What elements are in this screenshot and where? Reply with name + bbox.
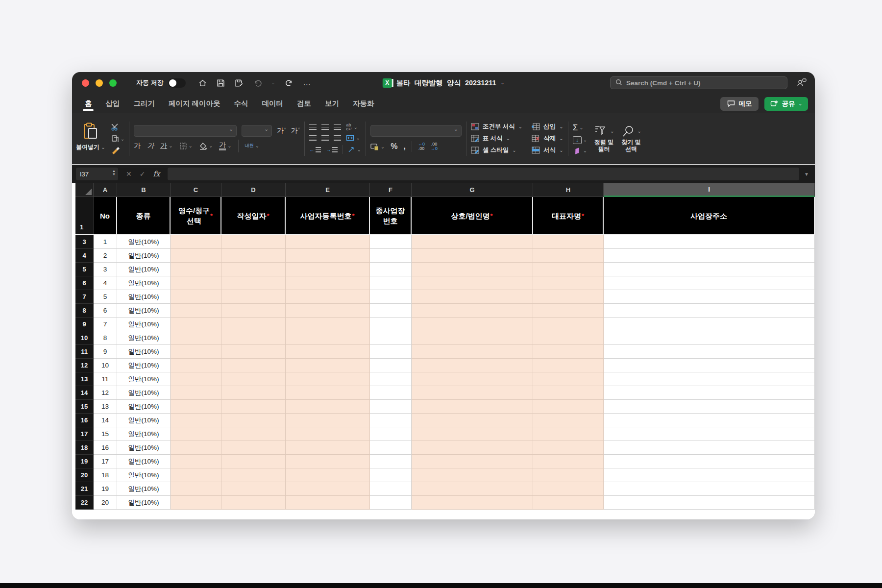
cell-F11[interactable] — [370, 345, 412, 359]
find-select-button[interactable]: ⌄ 찾기 및 선택 — [621, 125, 641, 152]
row-header-17[interactable]: 17 — [75, 427, 94, 441]
cell-F13[interactable] — [370, 372, 412, 386]
row-header-13[interactable]: 13 — [75, 372, 94, 386]
more-icon[interactable]: … — [303, 78, 312, 87]
format-as-table-button[interactable]: 표 서식⌄ — [471, 134, 522, 143]
cell-G13[interactable] — [412, 372, 533, 386]
increase-font-size-button[interactable]: 가˄ — [277, 126, 286, 135]
align-right-icon[interactable] — [334, 135, 341, 141]
cell-E4[interactable] — [286, 249, 370, 263]
name-box-spinner[interactable]: ▲▼ — [112, 169, 116, 176]
conditional-formatting-button[interactable]: 조건부 서식⌄ — [471, 122, 522, 131]
cell-B21[interactable]: 일반(10%) — [117, 482, 171, 496]
row-header-16[interactable]: 16 — [75, 414, 94, 427]
header-cell-G[interactable]: 상호/법인명* — [412, 197, 533, 234]
cell-D8[interactable] — [221, 304, 286, 318]
paste-button[interactable]: 붙여넣기 ⌄ — [76, 122, 105, 151]
cell-G21[interactable] — [412, 482, 533, 496]
row-header-12[interactable]: 12 — [75, 359, 94, 372]
cell-F14[interactable] — [370, 386, 412, 400]
sort-filter-button[interactable]: ⌄ 정렬 및 필터 — [594, 125, 614, 152]
cell-B11[interactable]: 일반(10%) — [117, 345, 171, 359]
cell-A15[interactable]: 13 — [94, 400, 117, 414]
cell-F15[interactable] — [370, 400, 412, 414]
cell-H16[interactable] — [533, 414, 604, 427]
cell-C6[interactable] — [171, 276, 221, 290]
select-all-corner[interactable] — [75, 183, 94, 197]
cell-A16[interactable]: 14 — [94, 414, 117, 427]
cell-H5[interactable] — [533, 263, 604, 276]
cell-A4[interactable]: 2 — [94, 249, 117, 263]
cell-G3[interactable] — [412, 235, 533, 249]
cell-F8[interactable] — [370, 304, 412, 318]
cell-E10[interactable] — [286, 331, 370, 345]
redo-icon[interactable] — [285, 79, 293, 87]
italic-button[interactable]: 가 — [147, 142, 154, 150]
cell-D22[interactable] — [221, 496, 286, 510]
search-input[interactable]: Search (Cmd + Ctrl + U) — [610, 76, 787, 89]
row-header-20[interactable]: 20 — [75, 468, 94, 482]
cell-D9[interactable] — [221, 318, 286, 331]
cell-H18[interactable] — [533, 441, 604, 455]
cell-E13[interactable] — [286, 372, 370, 386]
cell-D18[interactable] — [221, 441, 286, 455]
cell-B19[interactable]: 일반(10%) — [117, 455, 171, 468]
minimize-window-button[interactable] — [96, 79, 103, 87]
cell-C14[interactable] — [171, 386, 221, 400]
row-header-1[interactable]: 1 — [75, 197, 94, 234]
row-header-18[interactable]: 18 — [75, 441, 94, 455]
cell-E8[interactable] — [286, 304, 370, 318]
cell-I11[interactable] — [604, 345, 815, 359]
cell-C16[interactable] — [171, 414, 221, 427]
borders-button[interactable]: ⌄ — [179, 142, 193, 150]
close-window-button[interactable] — [82, 79, 89, 87]
ribbon-tab[interactable]: 자동화 — [346, 94, 381, 113]
cell-G7[interactable] — [412, 290, 533, 304]
cell-F20[interactable] — [370, 468, 412, 482]
row-header-6[interactable]: 6 — [75, 276, 94, 290]
cell-D19[interactable] — [221, 455, 286, 468]
cell-F22[interactable] — [370, 496, 412, 510]
cell-I9[interactable] — [604, 318, 815, 331]
cell-A8[interactable]: 6 — [94, 304, 117, 318]
cell-C17[interactable] — [171, 427, 221, 441]
memo-button[interactable]: 메모 — [720, 97, 759, 111]
orientation-button[interactable]: ⌄ — [348, 147, 361, 153]
cell-F17[interactable] — [370, 427, 412, 441]
header-cell-E[interactable]: 사업자등록번호* — [286, 197, 370, 234]
column-header-F[interactable]: F — [370, 183, 412, 197]
cell-F19[interactable] — [370, 455, 412, 468]
cell-H15[interactable] — [533, 400, 604, 414]
cell-H19[interactable] — [533, 455, 604, 468]
align-center-icon[interactable] — [321, 135, 329, 141]
cell-H20[interactable] — [533, 468, 604, 482]
cell-F12[interactable] — [370, 359, 412, 372]
copy-button[interactable]: ⌄ — [111, 135, 124, 143]
zoom-window-button[interactable] — [109, 79, 117, 87]
row-header-9[interactable]: 9 — [75, 318, 94, 331]
cell-C18[interactable] — [171, 441, 221, 455]
comma-style-button[interactable]: , — [403, 142, 405, 151]
share-people-icon[interactable] — [796, 77, 807, 89]
cancel-icon[interactable]: ✕ — [126, 170, 132, 178]
align-top-icon[interactable] — [309, 124, 317, 130]
cell-C22[interactable] — [171, 496, 221, 510]
cell-D20[interactable] — [221, 468, 286, 482]
cell-F9[interactable] — [370, 318, 412, 331]
fill-color-button[interactable]: ⌄ — [199, 142, 213, 150]
cell-C8[interactable] — [171, 304, 221, 318]
cell-F5[interactable] — [370, 263, 412, 276]
cell-I20[interactable] — [604, 468, 815, 482]
cell-F16[interactable] — [370, 414, 412, 427]
decrease-decimal-button[interactable]: ←0 .00 — [418, 142, 425, 151]
cell-F6[interactable] — [370, 276, 412, 290]
cell-D4[interactable] — [221, 249, 286, 263]
column-header-D[interactable]: D — [221, 183, 286, 197]
save-as-icon[interactable] — [235, 79, 244, 87]
cell-G15[interactable] — [412, 400, 533, 414]
cell-A19[interactable]: 17 — [94, 455, 117, 468]
cell-I22[interactable] — [604, 496, 815, 510]
cell-F3[interactable] — [370, 235, 412, 249]
merge-center-button[interactable]: ⌄ — [346, 135, 360, 141]
ribbon-tab[interactable]: 페이지 레이아웃 — [162, 94, 227, 113]
